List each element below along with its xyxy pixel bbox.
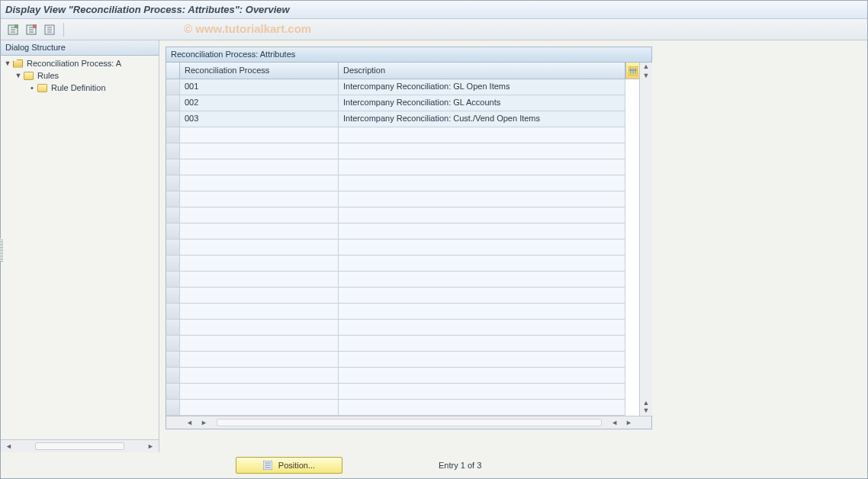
page-title: Display View "Reconciliation Process: At… bbox=[5, 4, 290, 15]
tree-label: Reconciliation Process: A bbox=[27, 59, 121, 68]
print-button[interactable] bbox=[42, 22, 57, 37]
title-bar: Display View "Reconciliation Process: At… bbox=[1, 1, 867, 19]
row-selector[interactable] bbox=[166, 95, 180, 111]
grid-hscrollbar[interactable]: ◄ ► ◄ ► bbox=[166, 416, 651, 429]
tree-label: Rules bbox=[37, 71, 59, 80]
table-row[interactable]: 001 Intercompany Reconciliation: GL Open… bbox=[166, 79, 639, 95]
table-row-empty bbox=[166, 272, 639, 288]
collapse-all-button[interactable] bbox=[24, 22, 39, 37]
table-row-empty bbox=[166, 336, 639, 352]
svg-rect-3 bbox=[33, 24, 37, 28]
table-minus-icon bbox=[26, 24, 37, 35]
table-row-empty bbox=[166, 223, 639, 240]
table-icon bbox=[44, 24, 55, 35]
toolbar: © www.tutorialkart.com bbox=[1, 19, 867, 40]
table-row-empty bbox=[166, 240, 639, 256]
table-row-empty bbox=[166, 256, 639, 272]
grid-vscrollbar[interactable]: ▲ ▼ ▲ ▼ bbox=[639, 63, 652, 416]
table-row-empty bbox=[166, 304, 639, 320]
grid-header-row: Reconciliation Process Description bbox=[166, 63, 639, 79]
grid-panel: Reconciliation Process: Attributes Recon… bbox=[166, 47, 652, 429]
table-row-empty bbox=[166, 320, 639, 336]
table-row-empty bbox=[166, 368, 639, 384]
tree-bullet-icon: • bbox=[28, 83, 36, 92]
table-row-empty bbox=[166, 159, 639, 175]
table-row-empty bbox=[166, 175, 639, 191]
folder-icon bbox=[24, 72, 34, 80]
scroll-down-icon[interactable]: ▼ bbox=[640, 72, 653, 79]
app-frame: Display View "Reconciliation Process: At… bbox=[0, 0, 868, 479]
entry-status-text: Entry 1 of 3 bbox=[439, 461, 481, 470]
hscroll-thumb[interactable] bbox=[35, 442, 124, 450]
tree-node-root[interactable]: ▼ Reconciliation Process: A bbox=[1, 57, 159, 69]
row-selector[interactable] bbox=[166, 111, 180, 127]
tree-label: Rule Definition bbox=[51, 83, 106, 92]
content-area: Dialog Structure ▼ Reconciliation Proces… bbox=[1, 40, 867, 452]
cell-process: 002 bbox=[180, 95, 339, 111]
expand-all-button[interactable] bbox=[5, 22, 21, 37]
folder-open-icon bbox=[13, 59, 23, 68]
table-row-empty bbox=[166, 400, 639, 416]
scroll-left-icon[interactable]: ◄ bbox=[608, 419, 621, 426]
sidebar-hscrollbar[interactable]: ◄ ► bbox=[1, 439, 159, 452]
table-row-empty bbox=[166, 207, 639, 223]
scroll-left-icon[interactable]: ◄ bbox=[183, 419, 196, 426]
table-settings-icon bbox=[628, 66, 638, 76]
cell-process: 001 bbox=[180, 79, 339, 95]
tree-toggle-icon[interactable]: ▼ bbox=[14, 72, 22, 79]
scroll-up-icon[interactable]: ▲ bbox=[640, 399, 653, 407]
scroll-right-icon[interactable]: ► bbox=[198, 419, 211, 426]
position-button[interactable]: Position... bbox=[236, 457, 342, 474]
table-plus-icon bbox=[8, 24, 18, 35]
row-selector[interactable] bbox=[166, 79, 180, 95]
toolbar-separator bbox=[63, 23, 64, 37]
watermark-text: © www.tutorialkart.com bbox=[184, 22, 311, 35]
dialog-structure-sidebar: Dialog Structure ▼ Reconciliation Proces… bbox=[1, 40, 159, 452]
table-row-empty bbox=[166, 352, 639, 368]
position-button-label: Position... bbox=[278, 461, 315, 470]
tree-toggle-icon[interactable]: ▼ bbox=[4, 59, 11, 67]
svg-rect-1 bbox=[14, 24, 18, 28]
table-row[interactable]: 003 Intercompany Reconciliation: Cust./V… bbox=[166, 111, 639, 127]
scroll-right-icon[interactable]: ► bbox=[622, 419, 635, 426]
tree: ▼ Reconciliation Process: A ▼ Rules • Ru… bbox=[1, 56, 159, 439]
table-row[interactable]: 002 Intercompany Reconciliation: GL Acco… bbox=[166, 95, 639, 111]
table-row-empty bbox=[166, 191, 639, 207]
hscroll-track[interactable] bbox=[217, 419, 602, 426]
scroll-up-icon[interactable]: ▲ bbox=[640, 63, 653, 70]
grid-header-process[interactable]: Reconciliation Process bbox=[180, 63, 339, 79]
grid-header-description[interactable]: Description bbox=[339, 63, 625, 79]
grid-select-all[interactable] bbox=[166, 63, 180, 79]
scroll-left-icon[interactable]: ◄ bbox=[2, 442, 15, 450]
table-row-empty bbox=[166, 288, 639, 304]
scroll-down-icon[interactable]: ▼ bbox=[640, 407, 653, 414]
splitter-handle[interactable] bbox=[0, 239, 3, 262]
grid-title: Reconciliation Process: Attributes bbox=[166, 47, 651, 63]
cell-description: Intercompany Reconciliation: GL Accounts bbox=[339, 95, 625, 111]
folder-icon bbox=[37, 84, 47, 92]
table-row-empty bbox=[166, 384, 639, 400]
main-panel-area: Reconciliation Process: Attributes Recon… bbox=[159, 40, 867, 452]
footer-bar: Position... Entry 1 of 3 bbox=[1, 452, 867, 478]
cell-description: Intercompany Reconciliation: GL Open Ite… bbox=[339, 79, 625, 95]
cell-description: Intercompany Reconciliation: Cust./Vend … bbox=[339, 111, 625, 127]
tree-node-rules[interactable]: ▼ Rules bbox=[1, 69, 159, 82]
cell-process: 003 bbox=[180, 111, 339, 127]
position-icon bbox=[263, 461, 272, 470]
grid-configure-button[interactable] bbox=[625, 63, 639, 79]
scroll-right-icon[interactable]: ► bbox=[144, 442, 157, 450]
tree-node-rule-definition[interactable]: • Rule Definition bbox=[1, 82, 159, 94]
sidebar-title: Dialog Structure bbox=[1, 40, 159, 56]
table-row-empty bbox=[166, 143, 639, 159]
grid-body: Reconciliation Process Description 001 I… bbox=[166, 63, 639, 416]
table-row-empty bbox=[166, 127, 639, 143]
